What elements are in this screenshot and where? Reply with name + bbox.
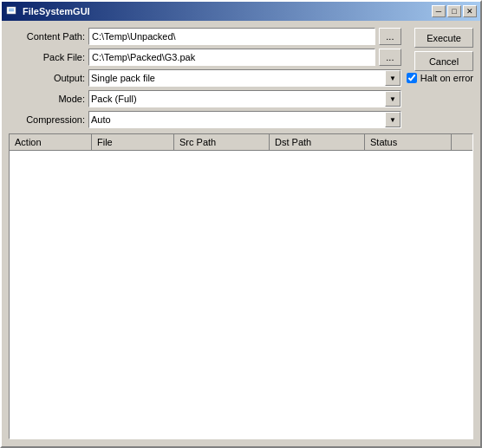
cancel-button[interactable]: Cancel (414, 51, 473, 71)
pack-file-label: Pack File: (9, 52, 85, 62)
col-header-dst-path: Dst Path (270, 134, 365, 150)
minimize-button[interactable]: ─ (432, 5, 446, 17)
pack-file-row: Pack File: ... (9, 49, 401, 66)
title-bar: FileSystemGUI ─ □ ✕ (2, 2, 480, 21)
window-title: FileSystemGUI (23, 6, 90, 16)
compression-select-wrapper: Auto None Fast Best ▼ (88, 111, 401, 128)
halt-row: Halt on error (407, 73, 473, 83)
col-header-action: Action (10, 134, 92, 150)
output-row: Output: Single pack file Multiple pack f… (9, 69, 401, 87)
output-select-wrapper: Single pack file Multiple pack files Dir… (88, 69, 401, 87)
col-header-file: File (92, 134, 174, 150)
top-section: Content Path: ... Pack File: ... Output: (9, 28, 473, 128)
title-bar-left: FileSystemGUI (5, 4, 90, 18)
halt-on-error-label: Halt on error (420, 73, 473, 83)
content-path-browse-button[interactable]: ... (379, 28, 401, 45)
content-path-label: Content Path: (9, 31, 85, 42)
form-area: Content Path: ... Pack File: ... Output: (9, 28, 401, 128)
table-body (10, 151, 472, 438)
svg-rect-1 (9, 9, 14, 10)
right-panel: Execute Cancel Halt on error (407, 28, 473, 83)
compression-select[interactable]: Auto None Fast Best (88, 111, 401, 128)
execute-button[interactable]: Execute (414, 28, 473, 48)
pack-file-browse-button[interactable]: ... (379, 49, 401, 66)
table-header: Action File Src Path Dst Path Status (10, 134, 472, 151)
compression-label: Compression: (9, 114, 85, 125)
col-header-extra (452, 134, 472, 150)
app-icon (5, 4, 19, 18)
close-button[interactable]: ✕ (463, 5, 477, 17)
output-select[interactable]: Single pack file Multiple pack files Dir… (88, 69, 401, 87)
content-path-input[interactable] (88, 28, 375, 45)
halt-on-error-checkbox[interactable] (407, 73, 417, 83)
svg-rect-2 (9, 10, 14, 11)
mode-label: Mode: (9, 94, 85, 104)
maximize-button[interactable]: □ (447, 5, 461, 17)
table-area: Action File Src Path Dst Path Status (9, 133, 473, 439)
content-path-row: Content Path: ... (9, 28, 401, 45)
main-window: FileSystemGUI ─ □ ✕ Content Path: ... (0, 0, 482, 448)
col-header-src-path: Src Path (174, 134, 270, 150)
output-label: Output: (9, 73, 85, 83)
form-fields: Content Path: ... Pack File: ... Output: (9, 28, 401, 128)
col-header-status: Status (365, 134, 452, 150)
title-buttons: ─ □ ✕ (432, 5, 477, 17)
mode-row: Mode: Pack (Full) Pack (Diff) Unpack ▼ (9, 90, 401, 107)
window-content: Content Path: ... Pack File: ... Output: (2, 21, 480, 446)
pack-file-input[interactable] (88, 49, 375, 66)
compression-row: Compression: Auto None Fast Best ▼ (9, 111, 401, 128)
mode-select[interactable]: Pack (Full) Pack (Diff) Unpack (88, 90, 401, 107)
mode-select-wrapper: Pack (Full) Pack (Diff) Unpack ▼ (88, 90, 401, 107)
